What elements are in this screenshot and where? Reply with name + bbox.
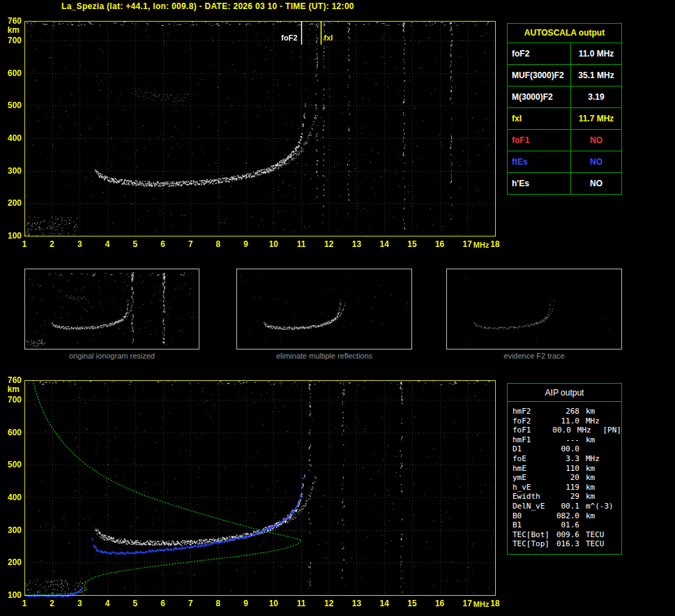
aip-value: 009.6	[554, 530, 579, 540]
row-label: fxI	[508, 108, 571, 129]
aip-unit: TECU	[586, 539, 615, 549]
row-label: MUF(3000)F2	[508, 65, 571, 86]
row-label: foF2	[508, 43, 571, 64]
table-row: B0082.0km	[508, 511, 621, 521]
aip-value: ---	[554, 435, 579, 445]
aip-name: hmF2	[513, 407, 554, 416]
aip-value: 00.0	[549, 426, 570, 435]
aip-output-panel: AIP output hmF2268kmfoF211.0MHzfoF100.0M…	[507, 383, 622, 555]
thumbnail-original-ionogram	[24, 269, 199, 350]
thumbnail-evidence-f2-trace	[446, 269, 622, 350]
aip-unit	[586, 444, 615, 454]
row-label: foF1	[508, 130, 571, 151]
aip-unit: MHz	[586, 454, 615, 464]
aip-value: 016.3	[554, 539, 579, 549]
aip-unit: MHz	[586, 416, 615, 426]
table-row: D100.0	[508, 444, 621, 454]
aip-unit: km	[586, 473, 615, 483]
thumbnail-caption: eliminate multiple reflections	[236, 352, 412, 360]
aip-value: 20	[554, 473, 579, 483]
aip-name: hmE	[513, 464, 554, 474]
aip-name: foF2	[513, 416, 554, 426]
table-row: fxI 11.7 MHz	[508, 108, 621, 130]
aip-name: TEC[Bot]	[513, 530, 554, 540]
table-row: MUF(3000)F2 35.1 MHz	[508, 65, 621, 87]
aip-unit: TECU	[586, 530, 615, 540]
aip-value: 00.1	[554, 502, 579, 511]
table-row: B101.6	[508, 520, 621, 530]
aip-unit: km	[586, 492, 615, 502]
aip-value: 268	[554, 407, 579, 416]
aip-value: 00.0	[554, 444, 579, 454]
table-row: foF1 NO	[508, 130, 621, 151]
aip-panel-title: AIP output	[508, 384, 621, 402]
table-row: ymE20km	[508, 473, 621, 483]
autoscala-panel-title: AUTOSCALA output	[508, 24, 621, 43]
aip-name: foE	[513, 454, 554, 464]
row-value: NO	[571, 173, 621, 194]
aip-name: h_vE	[513, 483, 554, 493]
aip-rows-container: hmF2268kmfoF211.0MHzfoF100.0MHz[PN]hmF1-…	[508, 407, 621, 549]
aip-name: TEC[Top]	[513, 539, 554, 549]
table-row: Ewidth29km	[508, 492, 621, 502]
aip-value: 110	[554, 464, 579, 474]
table-row: foF211.0MHz	[508, 416, 621, 426]
row-value: 3.19	[571, 87, 621, 107]
aip-value: 01.6	[554, 520, 579, 530]
autoscala-output-panel: AUTOSCALA output foF2 11.0 MHz MUF(3000)…	[507, 23, 622, 195]
aip-unit: MHz	[577, 426, 603, 435]
aip-unit: km	[586, 511, 615, 521]
row-value: 35.1 MHz	[571, 65, 621, 86]
table-row: hmF2268km	[508, 407, 621, 416]
thumbnail-caption: original ionogram resized	[24, 352, 199, 360]
row-value: NO	[571, 151, 621, 172]
table-row: TEC[Top]016.3TECU	[508, 539, 621, 549]
row-label: ftEs	[508, 151, 571, 172]
aip-value: 082.0	[554, 511, 579, 521]
table-row: hmE110km	[508, 464, 621, 474]
thumbnail-eliminate-reflections	[236, 269, 412, 350]
aip-name: hmF1	[513, 435, 554, 445]
table-row: M(3000)F2 3.19	[508, 87, 621, 108]
row-label: h'Es	[508, 173, 571, 194]
station-date-title: La_Spezia (lat: +44.1, lon: 009.8) - DAT…	[61, 1, 354, 11]
aip-value: 3.3	[554, 454, 579, 464]
main-ionogram-plot	[0, 15, 502, 254]
row-label: M(3000)F2	[508, 87, 571, 107]
table-row: ftEs NO	[508, 151, 621, 173]
aip-name: DelN_vE	[513, 502, 554, 511]
table-row: foF100.0MHz[PN]	[508, 426, 621, 435]
row-value: 11.7 MHz	[571, 108, 621, 129]
row-value: NO	[571, 130, 621, 151]
aip-name: B0	[513, 511, 554, 521]
table-row: DelN_vE00.1m^(-3)	[508, 502, 621, 511]
aip-value: 29	[554, 492, 579, 502]
table-row: h_vE119km	[508, 483, 621, 493]
aip-name: B1	[513, 520, 554, 530]
table-row: foF2 11.0 MHz	[508, 43, 621, 65]
thumbnail-caption: evidence F2 trace	[446, 352, 622, 360]
aip-unit: km	[586, 483, 615, 493]
row-value: 11.0 MHz	[571, 43, 621, 64]
table-row: TEC[Bot]009.6TECU	[508, 530, 621, 540]
table-row: hmF1---km	[508, 435, 621, 445]
aip-name: foF1	[513, 426, 549, 435]
aip-unit: km	[586, 464, 615, 474]
table-row: h'Es NO	[508, 173, 621, 194]
aip-unit: km	[586, 407, 615, 416]
restored-ionogram-plot	[0, 377, 502, 616]
aip-unit: km	[586, 435, 615, 445]
aip-name: D1	[513, 444, 554, 454]
aip-value: 11.0	[554, 416, 579, 426]
table-row: foE3.3MHz	[508, 454, 621, 464]
aip-name: ymE	[513, 473, 554, 483]
aip-extra: [PN]	[603, 426, 622, 435]
aip-unit	[586, 520, 615, 530]
aip-value: 119	[554, 483, 579, 493]
aip-name: Ewidth	[513, 492, 554, 502]
aip-unit: m^(-3)	[586, 502, 615, 511]
